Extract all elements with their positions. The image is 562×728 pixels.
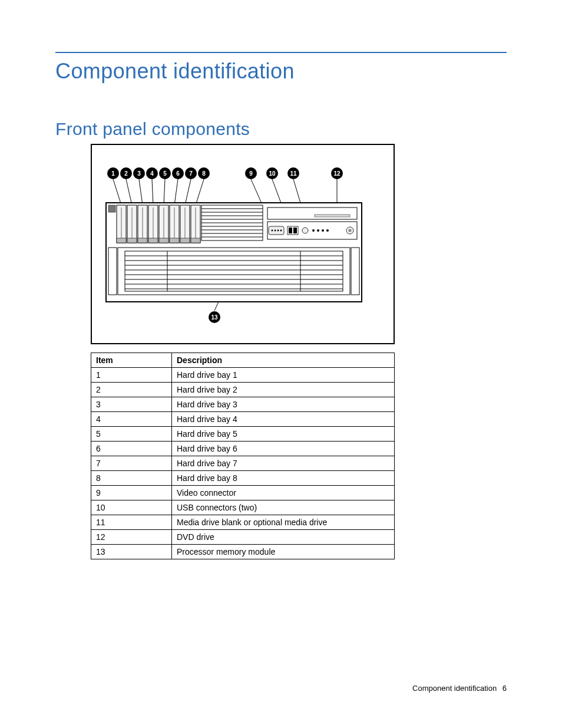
cell-description: Hard drive bay 6 — [172, 442, 395, 456]
table-row: 11Media drive blank or optional media dr… — [91, 515, 395, 530]
cell-item: 13 — [91, 545, 172, 559]
callout-number: 7 — [189, 170, 193, 177]
svg-rect-64 — [180, 238, 190, 243]
table-row: 6Hard drive bay 6 — [91, 442, 395, 456]
cell-item: 6 — [91, 442, 172, 456]
callout-number: 6 — [176, 170, 180, 177]
cell-description: Video connector — [172, 486, 395, 500]
callout-number: 4 — [150, 170, 154, 177]
callout-number: 2 — [124, 170, 128, 177]
svg-rect-49 — [127, 238, 137, 243]
top-horizontal-rule — [55, 52, 507, 53]
footer-page-number: 6 — [503, 684, 507, 693]
callout-number: 5 — [163, 170, 167, 177]
cell-item: 8 — [91, 471, 172, 486]
table-row: 8Hard drive bay 8 — [91, 471, 395, 486]
svg-point-40 — [322, 229, 324, 232]
front-panel-diagram: 12345678910111213 — [91, 144, 395, 344]
svg-rect-70 — [351, 248, 359, 295]
svg-point-38 — [312, 229, 315, 232]
cell-description: Hard drive bay 1 — [172, 368, 395, 383]
cell-item: 5 — [91, 427, 172, 442]
cell-description: Hard drive bay 8 — [172, 471, 395, 486]
svg-rect-61 — [170, 238, 179, 243]
svg-point-39 — [317, 229, 319, 232]
column-header-description: Description — [172, 353, 395, 368]
column-header-item: Item — [91, 353, 172, 368]
table-row: 2Hard drive bay 2 — [91, 383, 395, 397]
cell-description: Processor memory module — [172, 545, 395, 559]
svg-rect-58 — [159, 238, 168, 243]
svg-point-33 — [280, 230, 282, 232]
callout-number: 11 — [290, 170, 297, 177]
callout-number: 3 — [137, 170, 141, 177]
svg-rect-67 — [191, 238, 200, 243]
cell-item: 1 — [91, 368, 172, 383]
table-row: 9Video connector — [91, 486, 395, 500]
callout-number: 8 — [202, 170, 206, 177]
cell-item: 12 — [91, 530, 172, 545]
svg-rect-52 — [138, 238, 147, 243]
page: Component identification Front panel com… — [0, 0, 562, 728]
svg-point-30 — [272, 230, 273, 232]
svg-rect-46 — [117, 238, 126, 243]
svg-point-37 — [302, 228, 308, 233]
table-row: 3Hard drive bay 3 — [91, 397, 395, 412]
svg-point-41 — [326, 229, 329, 232]
footer-section-title: Component identification — [412, 684, 497, 693]
svg-rect-69 — [108, 248, 117, 295]
svg-rect-71 — [125, 251, 343, 291]
page-footer: Component identification 6 — [412, 684, 507, 693]
cell-description: DVD drive — [172, 530, 395, 545]
cell-item: 10 — [91, 500, 172, 515]
svg-point-31 — [275, 230, 276, 232]
table-row: 10USB connectors (two) — [91, 500, 395, 515]
svg-rect-35 — [289, 228, 292, 233]
cell-item: 2 — [91, 383, 172, 397]
callout-number: 10 — [269, 170, 276, 177]
svg-rect-15 — [108, 205, 115, 212]
svg-rect-36 — [293, 228, 297, 233]
table-row: 1Hard drive bay 1 — [91, 368, 395, 383]
callout-number: 13 — [211, 314, 218, 321]
cell-item: 11 — [91, 515, 172, 530]
cell-description: Hard drive bay 4 — [172, 412, 395, 427]
callout-number: 9 — [249, 170, 253, 177]
table-row: 4Hard drive bay 4 — [91, 412, 395, 427]
cell-item: 4 — [91, 412, 172, 427]
callout-number: 12 — [333, 170, 340, 177]
callout-number: 1 — [111, 170, 115, 177]
table-row: 7Hard drive bay 7 — [91, 456, 395, 471]
cell-description: Hard drive bay 5 — [172, 427, 395, 442]
table-row: 12DVD drive — [91, 530, 395, 545]
cell-item: 7 — [91, 456, 172, 471]
svg-rect-26 — [267, 207, 357, 219]
svg-rect-27 — [315, 215, 350, 217]
cell-item: 3 — [91, 397, 172, 412]
cell-item: 9 — [91, 486, 172, 500]
cell-description: Hard drive bay 3 — [172, 397, 395, 412]
svg-point-43 — [349, 229, 352, 232]
cell-description: Hard drive bay 7 — [172, 456, 395, 471]
heading-front-panel-components: Front panel components — [55, 119, 507, 139]
diagram-svg: 12345678910111213 — [91, 144, 395, 344]
table-row: 5Hard drive bay 5 — [91, 427, 395, 442]
component-table: Item Description 1Hard drive bay 12Hard … — [91, 353, 395, 559]
cell-description: Media drive blank or optional media driv… — [172, 515, 395, 530]
heading-component-identification: Component identification — [55, 59, 507, 84]
svg-rect-55 — [148, 238, 158, 243]
cell-description: USB connectors (two) — [172, 500, 395, 515]
cell-description: Hard drive bay 2 — [172, 383, 395, 397]
svg-point-32 — [277, 230, 279, 232]
table-row: 13Processor memory module — [91, 545, 395, 559]
